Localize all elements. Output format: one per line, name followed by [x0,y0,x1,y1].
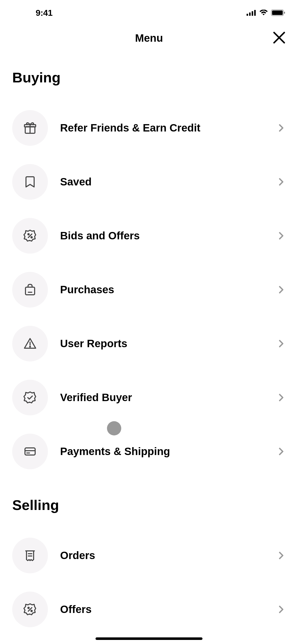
icon-circle [12,218,48,254]
icon-circle [12,110,48,146]
page-title: Menu [135,32,163,44]
wifi-icon [259,10,268,16]
percent-badge-icon [23,602,37,617]
status-time: 9:41 [36,8,52,18]
battery-icon [271,9,285,16]
menu-item-orders[interactable]: Orders [12,529,286,582]
chevron-right-icon [277,339,286,348]
bookmark-icon [23,175,37,189]
receipt-icon [23,548,37,563]
touch-indicator [107,421,121,435]
chevron-right-icon [277,231,286,240]
status-bar: 9:41 [0,0,298,25]
svg-rect-5 [272,10,283,15]
chevron-right-icon [277,447,286,456]
chevron-right-icon [277,393,286,402]
svg-rect-0 [247,14,248,16]
menu-item-user-reports[interactable]: User Reports [12,317,286,371]
svg-rect-3 [254,10,256,16]
menu-label: Purchases [60,284,264,296]
menu-label: Offers [60,603,264,616]
menu-item-saved[interactable]: Saved [12,155,286,209]
section-header-buying: Buying [12,69,286,86]
svg-rect-2 [252,11,253,16]
close-icon [273,31,286,44]
svg-rect-1 [249,12,251,16]
content: Buying Refer Friends & Earn Credit Saved [0,69,298,636]
svg-rect-19 [25,448,35,455]
menu-label: Payments & Shipping [60,445,264,458]
warning-icon [23,336,37,351]
menu-label: Verified Buyer [60,391,264,404]
chevron-right-icon [277,551,286,560]
percent-badge-icon [23,229,37,243]
menu-item-verified-buyer[interactable]: Verified Buyer [12,371,286,425]
header: Menu [0,25,298,51]
icon-circle [12,326,48,361]
svg-point-13 [31,237,32,238]
svg-point-18 [30,346,31,347]
status-icons [247,9,285,16]
icon-circle [12,272,48,308]
icon-circle [12,434,48,469]
cellular-icon [247,10,256,16]
menu-label: User Reports [60,338,264,350]
icon-circle [12,592,48,627]
menu-item-offers[interactable]: Offers [12,582,286,636]
close-button[interactable] [273,31,286,45]
menu-item-refer-friends[interactable]: Refer Friends & Earn Credit [12,101,286,155]
menu-label: Bids and Offers [60,230,264,242]
svg-point-26 [28,607,29,609]
home-indicator[interactable] [96,637,202,640]
svg-rect-6 [284,12,285,14]
menu-item-bids-offers[interactable]: Bids and Offers [12,209,286,263]
section-header-selling: Selling [12,497,286,513]
gift-icon [23,121,37,135]
card-icon [23,444,37,459]
icon-circle [12,164,48,200]
menu-label: Refer Friends & Earn Credit [60,122,264,134]
icon-circle [12,380,48,415]
bag-icon [23,283,37,297]
svg-point-12 [28,234,29,235]
menu-label: Orders [60,549,264,562]
chevron-right-icon [277,285,286,294]
icon-circle [12,538,48,573]
svg-point-27 [31,610,32,612]
chevron-right-icon [277,123,286,133]
menu-item-purchases[interactable]: Purchases [12,263,286,317]
svg-rect-15 [25,287,35,295]
chevron-right-icon [277,605,286,614]
chevron-right-icon [277,177,286,186]
menu-item-payments-shipping[interactable]: Payments & Shipping [12,425,286,478]
menu-label: Saved [60,176,264,188]
check-badge-icon [23,390,37,405]
